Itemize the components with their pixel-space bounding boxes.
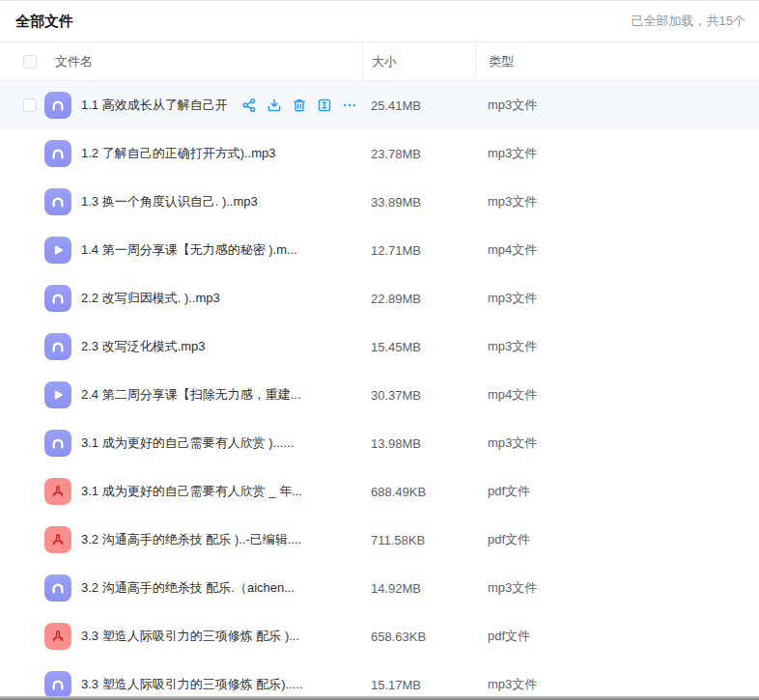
file-name[interactable]: 3.3 塑造人际吸引力的三项修炼 配乐 )... <box>81 628 299 645</box>
file-name[interactable]: 3.2 沟通高手的绝杀技 配乐.（aichen... <box>81 579 295 597</box>
audio-icon <box>50 435 66 451</box>
page-title: 全部文件 <box>15 13 73 31</box>
file-name[interactable]: 1.2 了解自己的正确打开方式)..mp3 <box>81 145 276 162</box>
file-type-icon <box>44 381 71 408</box>
filename-cell: 3.3 塑造人际吸引力的三项修炼 配乐)..... <box>0 671 362 698</box>
file-type-icon <box>44 237 71 264</box>
panel-header: 全部文件 已全部加载，共15个 <box>0 1 759 42</box>
file-size: 711.58KB <box>362 533 475 547</box>
file-name[interactable]: 2.2 改写归因模式. )..mp3 <box>81 290 220 307</box>
table-row[interactable]: 3.2 沟通高手的绝杀技 配乐.（aichen... <box>0 564 759 612</box>
file-size: 25.41MB <box>362 98 475 113</box>
load-status-text: 已全部加载，共15个 <box>632 13 745 30</box>
file-type-icon <box>44 333 71 360</box>
file-type: pdf文件 <box>475 531 759 548</box>
rename-icon[interactable] <box>317 98 332 113</box>
file-type: mp4文件 <box>475 241 759 259</box>
pdf-icon <box>50 484 66 499</box>
file-name[interactable]: 1.1 高效成长从了解自己开始.： <box>81 97 227 114</box>
table-row[interactable]: 3.3 塑造人际吸引力的三项修炼 配乐 )... <box>0 612 759 660</box>
file-type: mp4文件 <box>475 386 759 404</box>
file-type-icon <box>44 478 71 505</box>
audio-icon <box>50 194 66 210</box>
file-size: 13.98MB <box>362 436 475 451</box>
file-type: mp3文件 <box>475 434 759 452</box>
file-size: 14.92MB <box>362 581 475 596</box>
file-type-icon <box>44 623 71 650</box>
table-row[interactable]: 1.4 第一周分享课【无力感的秘密 ).m... <box>0 226 759 274</box>
file-manager-panel: 全部文件 已全部加载，共15个 文件名 大小 类型 <box>0 0 759 700</box>
file-type: mp3文件 <box>475 193 759 210</box>
file-type: mp3文件 <box>475 579 759 597</box>
file-type-icon <box>44 671 71 698</box>
table-row[interactable]: 3.2 沟通高手的绝杀技 配乐 )..-已编辑.... <box>0 516 759 564</box>
table-row[interactable]: 3.1 成为更好的自己需要有人欣赏 )...... <box>0 419 759 467</box>
filename-cell: 2.4 第二周分享课【扫除无力感，重建... <box>0 381 362 408</box>
file-name[interactable]: 3.3 塑造人际吸引力的三项修炼 配乐)..... <box>81 676 303 693</box>
column-size[interactable]: 大小 <box>362 42 475 81</box>
audio-icon <box>50 677 66 692</box>
file-size: 688.49KB <box>362 485 475 499</box>
file-type-icon <box>44 574 71 602</box>
file-size: 22.89MB <box>362 292 475 306</box>
video-icon <box>50 242 66 258</box>
file-type: pdf文件 <box>475 628 759 645</box>
file-size: 658.63KB <box>362 630 475 644</box>
file-size: 23.78MB <box>362 147 475 161</box>
table-row[interactable]: 2.2 改写归因模式. )..mp3 <box>0 274 759 322</box>
file-size: 12.71MB <box>362 243 475 258</box>
file-type: mp3文件 <box>475 676 759 693</box>
row-actions <box>237 98 362 113</box>
table-row[interactable]: 1.2 了解自己的正确打开方式)..mp3 <box>0 129 759 178</box>
file-type-icon <box>44 140 71 167</box>
file-name[interactable]: 2.3 改写泛化模式.mp3 <box>81 338 206 355</box>
table-row[interactable]: 1.1 高效成长从了解自己开始.： <box>0 81 759 129</box>
file-type-icon <box>44 526 71 553</box>
filename-cell: 1.2 了解自己的正确打开方式)..mp3 <box>0 140 362 167</box>
window-bottom-edge <box>0 696 759 700</box>
table-row[interactable]: 1.3 换一个角度认识自己. )..mp3 <box>0 178 759 226</box>
filename-cell: 3.3 塑造人际吸引力的三项修炼 配乐 )... <box>0 623 362 650</box>
filename-cell: 3.1 成为更好的自己需要有人欣赏 )...... <box>0 430 362 457</box>
pdf-icon <box>50 532 66 547</box>
column-type[interactable]: 类型 <box>475 42 759 81</box>
select-all-checkbox[interactable] <box>23 55 37 69</box>
file-list: 1.1 高效成长从了解自己开始.： <box>0 81 759 700</box>
pdf-icon <box>50 629 66 644</box>
filename-cell: 3.1 成为更好的自己需要有人欣赏 _ 年... <box>0 478 362 505</box>
audio-icon <box>50 98 66 113</box>
audio-icon <box>50 146 66 161</box>
audio-icon <box>50 580 66 596</box>
file-name[interactable]: 1.3 换一个角度认识自己. )..mp3 <box>81 193 258 210</box>
file-type: mp3文件 <box>475 145 759 162</box>
table-row[interactable]: 3.1 成为更好的自己需要有人欣赏 _ 年... <box>0 467 759 516</box>
filename-cell: 1.1 高效成长从了解自己开始.： <box>0 92 362 119</box>
filename-cell: 2.3 改写泛化模式.mp3 <box>0 333 362 360</box>
table-header: 文件名 大小 类型 <box>0 42 759 81</box>
more-icon[interactable] <box>342 98 357 113</box>
file-type: mp3文件 <box>475 290 759 307</box>
table-row[interactable]: 2.3 改写泛化模式.mp3 <box>0 322 759 371</box>
row-checkbox[interactable] <box>23 98 37 112</box>
file-name[interactable]: 3.1 成为更好的自己需要有人欣赏 )...... <box>81 434 294 452</box>
filename-cell: 3.2 沟通高手的绝杀技 配乐 )..-已编辑.... <box>0 526 362 553</box>
file-type: pdf文件 <box>475 483 759 500</box>
column-filename-label: 文件名 <box>55 53 93 70</box>
file-type-icon <box>44 92 71 119</box>
column-size-label: 大小 <box>372 53 397 70</box>
table-row[interactable]: 2.4 第二周分享课【扫除无力感，重建... <box>0 371 759 419</box>
download-icon[interactable] <box>267 98 282 113</box>
delete-icon[interactable] <box>292 98 307 113</box>
share-icon[interactable] <box>241 98 257 113</box>
file-type: mp3文件 <box>475 338 759 355</box>
file-name[interactable]: 2.4 第二周分享课【扫除无力感，重建... <box>81 386 301 404</box>
file-size: 30.37MB <box>362 388 475 403</box>
file-name[interactable]: 1.4 第一周分享课【无力感的秘密 ).m... <box>81 241 297 259</box>
file-type-icon <box>44 188 71 215</box>
file-name[interactable]: 3.1 成为更好的自己需要有人欣赏 _ 年... <box>81 483 302 500</box>
file-name[interactable]: 3.2 沟通高手的绝杀技 配乐 )..-已编辑.... <box>81 531 301 548</box>
column-type-label: 类型 <box>489 53 514 70</box>
column-filename: 文件名 <box>0 42 362 81</box>
filename-cell: 1.3 换一个角度认识自己. )..mp3 <box>0 188 362 215</box>
table-row[interactable]: 3.3 塑造人际吸引力的三项修炼 配乐)..... <box>0 660 759 700</box>
